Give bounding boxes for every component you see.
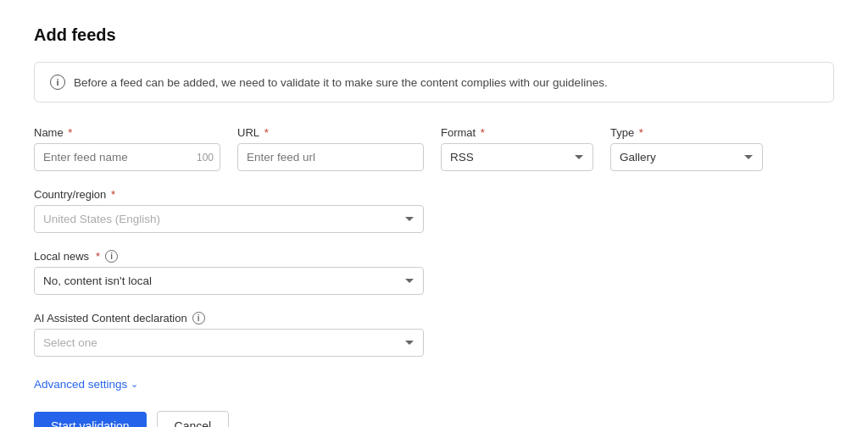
url-input[interactable] [237,143,424,171]
advanced-settings-chevron-icon: ⌄ [131,379,138,390]
name-input[interactable] [34,143,220,171]
action-buttons-row: Start validation Cancel [34,411,834,427]
info-icon: i [50,75,65,90]
type-field-group: Type * Gallery List Article [610,126,763,171]
country-required-asterisk: * [108,188,115,201]
info-banner: i Before a feed can be added, we need to… [34,62,834,103]
ai-declaration-field-group: AI Assisted Content declaration i Select… [34,312,424,357]
format-label: Format * [441,126,593,139]
local-news-field-group: Local news * i No, content isn't local Y… [34,250,424,295]
country-region-select[interactable]: United States (English) United States (E… [34,205,424,233]
country-region-label: Country/region * [34,188,424,201]
advanced-settings-label: Advanced settings [34,378,127,391]
name-field-group: Name * 100 [34,126,220,171]
name-required-asterisk: * [65,126,73,139]
ai-declaration-info-icon[interactable]: i [192,312,205,324]
type-label: Type * [610,126,763,139]
format-field-group: Format * RSS Atom JSON [441,126,593,171]
name-label: Name * [34,126,220,139]
ai-declaration-label: AI Assisted Content declaration i [34,312,424,324]
url-field-group: URL * [237,126,424,171]
url-required-asterisk: * [261,126,269,139]
type-select[interactable]: Gallery List Article [610,143,763,171]
format-required-asterisk: * [477,126,485,139]
country-region-field-group: Country/region * United States (English)… [34,188,424,233]
local-news-info-icon[interactable]: i [105,250,118,263]
start-validation-button[interactable]: Start validation [34,412,147,427]
char-counter: 100 [197,152,214,164]
url-label: URL * [237,126,424,139]
page-title: Add feeds [34,25,834,45]
ai-declaration-select[interactable]: Select one No AI assisted content Some A… [34,329,424,357]
local-news-required-asterisk: * [96,250,100,263]
local-news-select[interactable]: No, content isn't local Yes, content is … [34,267,424,295]
banner-text: Before a feed can be added, we need to v… [74,76,608,89]
type-required-asterisk: * [636,126,643,139]
local-news-label: Local news * i [34,250,424,263]
main-form-row: Name * 100 URL * Format * RSS Atom JSON … [34,126,834,171]
advanced-settings-button[interactable]: Advanced settings ⌄ [34,378,138,391]
cancel-button[interactable]: Cancel [157,411,230,427]
format-select[interactable]: RSS Atom JSON [441,143,593,171]
name-input-wrapper: 100 [34,143,220,171]
